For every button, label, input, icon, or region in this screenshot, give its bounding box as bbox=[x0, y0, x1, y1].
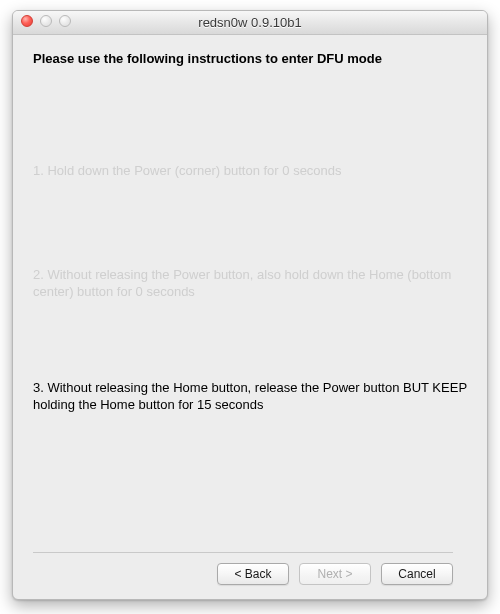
dfu-step-1: 1. Hold down the Power (corner) button f… bbox=[33, 162, 467, 180]
app-window: redsn0w 0.9.10b1 Please use the followin… bbox=[12, 10, 488, 600]
instructions-heading: Please use the following instructions to… bbox=[33, 51, 467, 66]
close-icon[interactable] bbox=[21, 15, 33, 27]
titlebar[interactable]: redsn0w 0.9.10b1 bbox=[13, 11, 487, 35]
maximize-icon bbox=[59, 15, 71, 27]
cancel-button[interactable]: Cancel bbox=[381, 563, 453, 585]
footer-separator bbox=[33, 552, 453, 553]
dfu-step-2: 2. Without releasing the Power button, a… bbox=[33, 266, 467, 301]
traffic-lights bbox=[21, 15, 71, 27]
back-button[interactable]: < Back bbox=[217, 563, 289, 585]
dfu-step-3: 3. Without releasing the Home button, re… bbox=[33, 379, 467, 414]
content-area: Please use the following instructions to… bbox=[13, 35, 487, 599]
footer: < Back Next > Cancel bbox=[33, 552, 467, 599]
next-button: Next > bbox=[299, 563, 371, 585]
window-title: redsn0w 0.9.10b1 bbox=[13, 15, 487, 30]
button-row: < Back Next > Cancel bbox=[33, 563, 453, 585]
minimize-icon bbox=[40, 15, 52, 27]
